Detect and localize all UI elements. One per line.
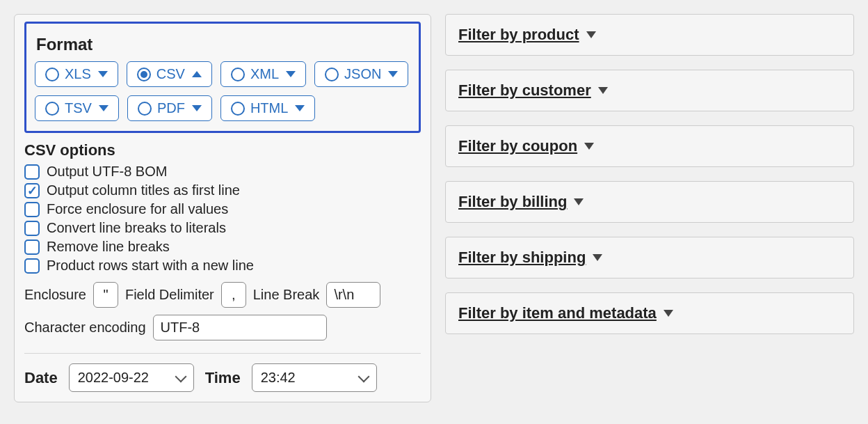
format-section: Format XLSCSVXMLJSONTSVPDFHTML xyxy=(24,22,421,133)
linebreak-input[interactable] xyxy=(326,282,380,308)
radio-icon xyxy=(45,102,59,116)
caret-down-icon xyxy=(295,105,305,111)
checkbox[interactable] xyxy=(24,221,40,236)
csv-option-label: Output UTF-8 BOM xyxy=(47,164,167,180)
format-option-xml[interactable]: XML xyxy=(220,61,306,87)
enclosure-input[interactable] xyxy=(93,282,118,308)
enclosure-label: Enclosure xyxy=(24,287,86,303)
delimiter-input[interactable] xyxy=(221,282,246,308)
format-option-label: JSON xyxy=(344,66,381,82)
format-option-html[interactable]: HTML xyxy=(220,95,315,121)
filter-label: Filter by billing xyxy=(458,193,567,211)
format-option-xls[interactable]: XLS xyxy=(35,61,118,87)
caret-down-icon xyxy=(192,105,202,111)
caret-down-icon xyxy=(598,87,608,94)
csv-option-label: Force enclosure for all values xyxy=(47,201,228,217)
time-value: 23:42 xyxy=(261,370,296,386)
filter-label: Filter by shipping xyxy=(458,249,586,267)
date-label: Date xyxy=(24,369,58,387)
radio-icon xyxy=(231,102,245,116)
chevron-down-icon xyxy=(175,370,186,382)
format-option-tsv[interactable]: TSV xyxy=(35,95,119,121)
encoding-label: Character encoding xyxy=(24,320,146,336)
csv-option-label: Remove line breaks xyxy=(47,239,170,255)
checkbox[interactable] xyxy=(24,202,40,217)
radio-icon xyxy=(45,68,59,81)
filter-label: Filter by coupon xyxy=(458,137,577,155)
caret-down-icon xyxy=(664,310,673,317)
filter-toggle[interactable]: Filter by coupon xyxy=(445,125,854,167)
divider xyxy=(24,353,421,354)
filters-panel: Filter by product Filter by customer Fil… xyxy=(445,14,854,402)
caret-down-icon xyxy=(388,71,398,77)
radio-icon xyxy=(138,102,152,116)
format-option-label: XLS xyxy=(65,66,91,82)
date-select[interactable]: 2022-09-22 xyxy=(69,363,194,392)
checkbox[interactable] xyxy=(24,164,40,180)
filter-toggle[interactable]: Filter by product xyxy=(445,14,854,56)
format-options: XLSCSVXMLJSONTSVPDFHTML xyxy=(35,61,410,121)
filter-toggle[interactable]: Filter by shipping xyxy=(445,237,854,278)
caret-down-icon xyxy=(584,143,594,150)
caret-down-icon xyxy=(574,198,584,205)
csv-options-list: Output UTF-8 BOMOutput column titles as … xyxy=(24,162,421,275)
checkbox[interactable] xyxy=(24,183,40,198)
radio-icon xyxy=(325,68,339,81)
format-option-pdf[interactable]: PDF xyxy=(127,95,212,121)
format-option-json[interactable]: JSON xyxy=(314,61,408,87)
radio-icon xyxy=(137,68,151,81)
caret-down-icon xyxy=(593,254,602,261)
filter-label: Filter by customer xyxy=(458,81,591,100)
date-value: 2022-09-22 xyxy=(78,370,149,386)
csv-options-title: CSV options xyxy=(24,141,421,159)
csv-option-row: Convert line breaks to literals xyxy=(24,219,421,237)
csv-option-label: Convert line breaks to literals xyxy=(47,220,226,236)
format-option-csv[interactable]: CSV xyxy=(127,61,212,87)
csv-option-row: Output column titles as first line xyxy=(24,181,421,200)
csv-option-row: Remove line breaks xyxy=(24,237,421,256)
encoding-input[interactable] xyxy=(153,315,327,340)
filter-toggle[interactable]: Filter by item and metadata xyxy=(445,292,854,334)
csv-option-row: Output UTF-8 BOM xyxy=(24,162,421,181)
checkbox[interactable] xyxy=(24,258,40,274)
caret-down-icon xyxy=(99,105,108,111)
filter-toggle[interactable]: Filter by billing xyxy=(445,181,854,223)
format-option-label: XML xyxy=(250,66,279,82)
filter-label: Filter by item and metadata xyxy=(458,304,657,322)
format-option-label: PDF xyxy=(157,100,185,116)
caret-down-icon xyxy=(286,71,296,77)
format-title: Format xyxy=(35,31,410,61)
csv-option-row: Product rows start with a new line xyxy=(24,256,421,275)
chevron-down-icon xyxy=(357,370,369,382)
caret-up-icon xyxy=(192,71,202,77)
format-option-label: TSV xyxy=(65,100,92,116)
export-settings-panel: Format XLSCSVXMLJSONTSVPDFHTML CSV optio… xyxy=(14,14,431,402)
csv-option-label: Product rows start with a new line xyxy=(47,258,254,274)
csv-option-label: Output column titles as first line xyxy=(47,182,240,198)
radio-icon xyxy=(231,68,245,81)
caret-down-icon xyxy=(586,31,596,38)
format-option-label: CSV xyxy=(156,66,185,82)
time-label: Time xyxy=(205,369,241,387)
delimiter-label: Field Delimiter xyxy=(125,287,214,303)
csv-option-row: Force enclosure for all values xyxy=(24,200,421,219)
caret-down-icon xyxy=(98,71,108,77)
filter-label: Filter by product xyxy=(458,26,579,44)
checkbox[interactable] xyxy=(24,240,40,255)
time-select[interactable]: 23:42 xyxy=(252,363,377,392)
format-option-label: HTML xyxy=(250,100,288,116)
filter-toggle[interactable]: Filter by customer xyxy=(445,70,854,111)
linebreak-label: Line Break xyxy=(253,287,320,303)
